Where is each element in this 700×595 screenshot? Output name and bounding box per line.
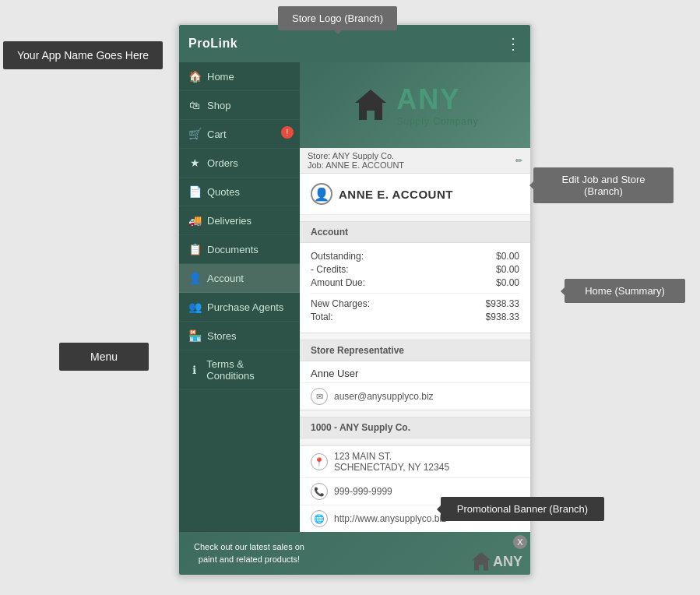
account-icon: 👤 <box>188 272 201 284</box>
app-bar-title: ProLink <box>188 37 505 51</box>
credits-label: - Credits: <box>311 264 349 275</box>
shop-icon: 🛍 <box>188 99 201 111</box>
total-value: $938.33 <box>486 312 519 322</box>
account-name: ANNE E. ACCOUNT <box>339 188 453 201</box>
home-icon: 🏠 <box>188 70 201 83</box>
store-logo-callout: Store Logo (Branch) <box>278 6 397 30</box>
total-label: Total: <box>311 312 333 322</box>
documents-icon: 📋 <box>188 243 201 255</box>
amount-due-label: Amount Due: <box>311 277 365 288</box>
app-name-label: Your App Name Goes Here <box>3 41 163 69</box>
sidebar-item-documents[interactable]: 📋 Documents <box>179 235 300 264</box>
cart-icon: 🛒 <box>188 128 201 140</box>
outstanding-label: Outstanding: <box>311 251 364 262</box>
content-area: 🏠 Home 🛍 Shop 🛒 Cart ! ★ Orders 📄 Quotes <box>179 62 530 532</box>
credits-row: - Credits: $0.00 <box>311 264 519 275</box>
promo-banner: Check out our latest sales on paint and … <box>179 532 530 575</box>
sidebar-label-documents: Documents <box>207 244 259 255</box>
edit-job-callout: Edit Job and Store (Branch) <box>533 167 674 203</box>
outstanding-row: Outstanding: $0.00 <box>311 251 519 262</box>
promo-logo: ANY <box>470 550 522 573</box>
promo-house-icon <box>470 550 493 573</box>
rep-name: Anne User <box>300 361 530 382</box>
account-avatar: 👤 <box>311 183 332 205</box>
sidebar-item-stores[interactable]: 🏪 Stores <box>179 322 300 350</box>
store-logo-text: ANY Supply Company <box>396 83 478 127</box>
store-name-large: ANY <box>396 83 478 116</box>
store-banner-logo: ANY Supply Company <box>351 83 478 127</box>
store-address1: 123 MAIN ST. <box>334 451 449 462</box>
terms-icon: ℹ <box>188 364 200 376</box>
address-icon: 📍 <box>311 453 328 470</box>
svg-marker-1 <box>472 552 491 570</box>
total-row: Total: $938.33 <box>311 312 519 322</box>
rep-email: auser@anysupplyco.biz <box>334 391 434 402</box>
store-address-row: 📍 123 MAIN ST. SCHENECTADY, NY 12345 <box>300 445 530 477</box>
cart-badge: ! <box>281 126 294 139</box>
sidebar-label-account: Account <box>207 273 244 284</box>
sidebar-item-quotes[interactable]: 📄 Quotes <box>179 178 300 206</box>
store-info-bar: Store: ANY Supply Co. Job: ANNE E. ACCOU… <box>300 148 530 174</box>
store-website: http://www.anysupplyco.biz <box>334 513 446 524</box>
store-address: 123 MAIN ST. SCHENECTADY, NY 12345 <box>334 451 449 473</box>
store-phone: 999-999-9999 <box>334 486 392 497</box>
account-divider <box>311 293 519 294</box>
phone-frame: ProLink ⋮ 🏠 Home 🛍 Shop 🛒 Cart ! ★ Order… <box>178 23 532 576</box>
promo-banner-callout: Promotional Banner (Branch) <box>441 497 604 521</box>
sidebar-label-purchase-agents: Purchase Agents <box>207 301 283 313</box>
credits-value: $0.00 <box>496 264 519 275</box>
sidebar-item-account[interactable]: 👤 Account <box>179 264 300 293</box>
sidebar-label-terms: Terms & Conditions <box>206 358 290 382</box>
sidebar-item-deliveries[interactable]: 🚚 Deliveries <box>179 206 300 235</box>
store-label: Store: ANY Supply Co. <box>308 151 404 160</box>
edit-job-icon[interactable]: ✏ <box>515 156 522 166</box>
orders-icon: ★ <box>188 157 201 169</box>
sidebar-label-cart: Cart <box>207 129 227 140</box>
store-name-section-header: 1000 - ANY Supply Co. <box>300 417 530 438</box>
app-bar: ProLink ⋮ <box>179 25 530 62</box>
quotes-icon: 📄 <box>188 185 201 198</box>
website-icon: 🌐 <box>311 510 328 527</box>
promo-text: Check out our latest sales on paint and … <box>187 541 311 565</box>
sidebar-label-shop: Shop <box>207 100 230 111</box>
store-rep-card: Store Representative Anne User ✉ auser@a… <box>300 340 530 410</box>
sidebar-item-cart[interactable]: 🛒 Cart ! <box>179 120 300 149</box>
sidebar-label-quotes: Quotes <box>207 186 240 198</box>
account-section: 👤 ANNE E. ACCOUNT Account Outstanding: $… <box>300 174 530 532</box>
account-card: Account Outstanding: $0.00 - Credits: $0… <box>300 221 530 333</box>
new-charges-label: New Charges: <box>311 298 370 309</box>
amount-due-value: $0.00 <box>496 277 519 288</box>
store-address2: SCHENECTADY, NY 12345 <box>334 462 449 473</box>
account-section-body: Outstanding: $0.00 - Credits: $0.00 Amou… <box>300 243 530 333</box>
sidebar-item-purchase-agents[interactable]: 👥 Purchase Agents <box>179 293 300 322</box>
menu-callout: Menu <box>59 343 149 371</box>
store-banner: ANY Supply Company <box>300 62 530 148</box>
email-icon: ✉ <box>311 388 328 405</box>
account-section-header: Account <box>300 222 530 243</box>
promo-close-button[interactable]: X <box>513 535 527 549</box>
phone-icon: 📞 <box>311 483 328 500</box>
sidebar-item-home[interactable]: 🏠 Home <box>179 62 300 91</box>
stores-icon: 🏪 <box>188 329 201 342</box>
svg-marker-0 <box>355 90 386 120</box>
new-charges-value: $938.33 <box>486 298 519 309</box>
home-summary-callout: Home (Summary) <box>565 279 685 303</box>
sidebar-item-orders[interactable]: ★ Orders <box>179 149 300 178</box>
deliveries-icon: 🚚 <box>188 214 201 227</box>
more-icon[interactable]: ⋮ <box>505 34 521 53</box>
store-house-icon <box>351 86 390 125</box>
account-header: 👤 ANNE E. ACCOUNT <box>300 174 530 215</box>
purchase-agents-icon: 👥 <box>188 301 201 313</box>
promo-logo-name: ANY <box>493 554 522 570</box>
store-rep-header: Store Representative <box>300 340 530 361</box>
store-job-info: Store: ANY Supply Co. Job: ANNE E. ACCOU… <box>308 151 404 170</box>
sidebar-item-shop[interactable]: 🛍 Shop <box>179 91 300 120</box>
sidebar-label-home: Home <box>207 71 234 83</box>
store-name-sub: Supply Company <box>396 116 478 127</box>
new-charges-row: New Charges: $938.33 <box>311 298 519 309</box>
amount-due-row: Amount Due: $0.00 <box>311 277 519 288</box>
sidebar-label-stores: Stores <box>207 330 237 342</box>
sidebar-item-terms[interactable]: ℹ Terms & Conditions <box>179 350 300 390</box>
main-content: ANY Supply Company Store: ANY Supply Co.… <box>300 62 530 532</box>
sidebar: 🏠 Home 🛍 Shop 🛒 Cart ! ★ Orders 📄 Quotes <box>179 62 300 532</box>
